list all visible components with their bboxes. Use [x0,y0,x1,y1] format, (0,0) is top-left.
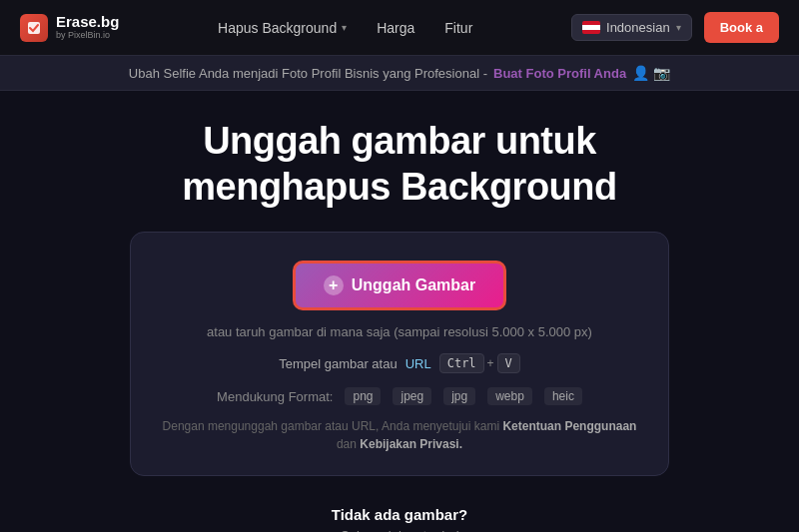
samples-subtitle: Coba salah satu dari [20,528,779,532]
announcement-icons: 👤 📷 [632,65,670,81]
announcement-text: Ubah Selfie Anda menjadi Foto Profil Bis… [129,66,487,81]
nav-harga[interactable]: Harga [377,20,414,36]
format-webp: webp [487,387,532,405]
nav-fitur[interactable]: Fitur [444,20,472,36]
plus-icon: + [324,275,344,295]
navbar-right: Indonesian ▾ Book a [571,12,779,43]
book-button[interactable]: Book a [704,12,779,43]
logo-name: Erase.bg [56,14,119,31]
hero-section: Unggah gambar untuk menghapus Background… [0,91,799,532]
chevron-down-icon: ▾ [342,22,347,33]
logo-area: Erase.bg by PixelBin.io [20,14,119,42]
logo-text: Erase.bg by PixelBin.io [56,14,119,40]
language-selector[interactable]: Indonesian ▾ [571,14,692,41]
chevron-down-icon: ▾ [676,22,681,33]
navbar: Erase.bg by PixelBin.io Hapus Background… [0,0,799,56]
camera-icon: 📷 [653,65,670,81]
v-key: V [497,353,520,373]
logo-sub: by PixelBin.io [56,31,119,41]
upload-hint: atau taruh gambar di mana saja (sampai r… [151,324,648,339]
hero-title: Unggah gambar untuk menghapus Background [20,119,779,210]
terms-link[interactable]: Ketentuan Penggunaan [502,419,636,433]
nav-links: Hapus Background ▾ Harga Fitur [218,20,472,36]
plus-separator: + [487,356,494,370]
logo-icon [20,14,48,42]
flag-icon [582,21,600,34]
privacy-link[interactable]: Kebijakan Privasi. [360,437,462,451]
format-heic: heic [544,387,582,405]
announcement-bar: Ubah Selfie Anda menjadi Foto Profil Bis… [0,56,799,91]
upload-btn-wrapper: + Unggah Gambar [151,261,648,310]
nav-hapus-background[interactable]: Hapus Background ▾ [218,20,347,36]
announcement-link[interactable]: Buat Foto Profil Anda [493,66,626,81]
upload-card: + Unggah Gambar atau taruh gambar di man… [130,232,669,476]
url-link[interactable]: URL [405,356,431,371]
keyboard-shortcut: Ctrl + V [439,353,520,373]
format-jpg: jpg [443,387,475,405]
upload-button[interactable]: + Unggah Gambar [293,261,506,310]
terms-text: Dengan mengunggah gambar atau URL, Anda … [151,417,648,453]
url-paste-row: Tempel gambar atau URL Ctrl + V [151,353,648,373]
person-icon: 👤 [632,65,649,81]
samples-section: Tidak ada gambar? Coba salah satu dari [20,496,779,532]
format-png: png [345,387,381,405]
format-jpeg: jpeg [393,387,431,405]
ctrl-key: Ctrl [439,353,484,373]
formats-row: Mendukung Format: png jpeg jpg webp heic [151,387,648,405]
samples-title: Tidak ada gambar? [20,506,779,523]
